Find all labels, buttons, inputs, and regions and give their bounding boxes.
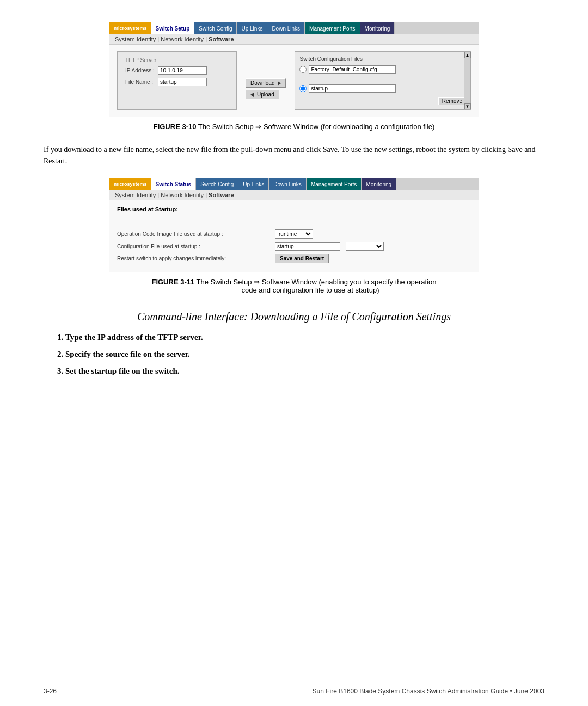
restart-row: Restart switch to apply changes immediat… — [117, 254, 471, 263]
save-restart-button[interactable]: Save and Restart — [275, 254, 329, 263]
config-file-input-1[interactable] — [309, 65, 396, 74]
config-file-select[interactable] — [346, 242, 384, 251]
subnav-software[interactable]: Software — [209, 36, 234, 42]
config-file-row: Configuration File used at startup : — [117, 242, 471, 251]
tab2-switch-config[interactable]: Switch Config — [196, 178, 238, 190]
figure-1-buttons: Download Upload — [246, 51, 286, 110]
figure-2-caption-line1: The Switch Setup ⇒ Software Window (enab… — [197, 278, 437, 286]
download-arrow-icon — [278, 81, 281, 86]
upload-label: Upload — [257, 92, 274, 98]
figure-2-wrapper: microsystems Switch Status Switch Config… — [44, 178, 544, 294]
ip-address-row: IP Address : — [125, 66, 229, 75]
tftp-server-title: TFTP Server — [125, 57, 229, 63]
config-file-label: Configuration File used at startup : — [117, 244, 270, 249]
footer-page-number: 3-26 — [44, 687, 57, 695]
files-used-title: Files used at Startup: — [117, 206, 471, 215]
subnav2-system-identity[interactable]: System Identity — [115, 192, 156, 198]
section-heading: Command-line Interface: Downloading a Fi… — [44, 311, 544, 323]
subnav2-software[interactable]: Software — [209, 192, 234, 198]
file-label: File Name : — [125, 79, 158, 85]
scroll-up-btn[interactable]: ▲ — [464, 52, 471, 58]
ip-address-input[interactable] — [158, 66, 207, 75]
tab-up-links[interactable]: Up Links — [237, 22, 267, 34]
figure-2-caption-strong: FIGURE 3-11 — [151, 278, 194, 286]
page-footer: 3-26 Sun Fire B1600 Blade System Chassis… — [0, 684, 588, 695]
radio-row-1 — [299, 65, 466, 74]
figure-2-body: Files used at Startup: Operation Code Im… — [109, 200, 479, 272]
download-label: Download — [250, 80, 274, 86]
tab2-up-links[interactable]: Up Links — [238, 178, 269, 190]
figure-1-caption-text: The Switch Setup ⇒ Software Window (for … — [198, 123, 434, 131]
tab2-down-links[interactable]: Down Links — [269, 178, 307, 190]
figure-1-wrapper: microsystems Switch Setup Switch Config … — [44, 22, 544, 131]
scrollbar-right[interactable]: ▲ ▼ — [464, 52, 470, 109]
step-1: Type the IP address of the TFTP server. — [65, 332, 544, 343]
restart-label: Restart switch to apply changes immediat… — [117, 255, 270, 261]
tab-down-links[interactable]: Down Links — [267, 22, 305, 34]
figure-1-caption: FIGURE 3-10 The Switch Setup ⇒ Software … — [44, 123, 544, 131]
ip-label: IP Address : — [125, 68, 158, 74]
file-name-input[interactable] — [158, 78, 207, 86]
tab-switch-setup[interactable]: Switch Setup — [151, 22, 195, 34]
tab-monitoring[interactable]: Monitoring — [360, 22, 395, 34]
tab-switch-config[interactable]: Switch Config — [194, 22, 237, 34]
steps-list: Type the IP address of the TFTP server. … — [65, 332, 544, 377]
download-button[interactable]: Download — [246, 78, 286, 88]
step-2: Specify the source file on the server. — [65, 349, 544, 360]
tab2-monitoring[interactable]: Monitoring — [362, 178, 396, 190]
tab-management-ports[interactable]: Management Ports — [305, 22, 360, 34]
upload-arrow-icon — [250, 93, 254, 97]
operation-code-row: Operation Code Image File used at startu… — [117, 229, 471, 239]
scroll-down-btn[interactable]: ▼ — [464, 103, 471, 109]
figure-1-subnav: System Identity | Network Identity | Sof… — [109, 34, 479, 45]
figure-1-navbar: microsystems Switch Setup Switch Config … — [109, 22, 479, 34]
tab2-switch-status[interactable]: Switch Status — [151, 178, 197, 190]
operation-code-select[interactable]: runtime — [275, 229, 313, 239]
figure-1-right-panel: Switch Configuration Files Remove ▲ ▼ — [295, 51, 471, 110]
subnav-system-identity[interactable]: System Identity — [115, 36, 156, 42]
operation-code-label: Operation Code Image File used at startu… — [117, 231, 270, 237]
tab2-management-ports[interactable]: Management Ports — [307, 178, 362, 190]
remove-button[interactable]: Remove — [438, 97, 466, 105]
figure-2-caption-line2: code and configuration file to use at st… — [209, 286, 379, 294]
step-3: Set the startup file on the switch. — [65, 366, 544, 377]
radio-startup[interactable] — [299, 85, 307, 92]
config-file-text[interactable] — [275, 242, 340, 251]
figure-1-container: microsystems Switch Setup Switch Config … — [109, 22, 479, 117]
figure-1-body: TFTP Server IP Address : File Name : Dow… — [109, 45, 479, 117]
config-file-input-2[interactable] — [309, 84, 396, 93]
file-name-row: File Name : — [125, 78, 229, 86]
figure-1-caption-strong: FIGURE 3-10 — [154, 123, 197, 131]
figure-2-subnav: System Identity | Network Identity | Sof… — [109, 190, 479, 200]
body-text-1: If you download to a new file name, sele… — [44, 144, 544, 167]
radio-row-2 — [299, 84, 466, 93]
subnav2-network-identity[interactable]: Network Identity — [161, 192, 204, 198]
brand-logo: microsystems — [109, 22, 151, 34]
upload-button[interactable]: Upload — [246, 90, 279, 99]
figure-2-caption: FIGURE 3-11 The Switch Setup ⇒ Software … — [44, 278, 544, 294]
brand-logo-2: microsystems — [109, 178, 151, 190]
subnav-network-identity[interactable]: Network Identity — [161, 36, 204, 42]
figure-1-left-panel: TFTP Server IP Address : File Name : — [117, 51, 237, 110]
figure-2-container: microsystems Switch Status Switch Config… — [109, 178, 479, 272]
footer-title: Sun Fire B1600 Blade System Chassis Swit… — [313, 687, 544, 695]
radio-factory-default[interactable] — [299, 66, 307, 73]
config-files-title: Switch Configuration Files — [299, 56, 466, 62]
figure-2-navbar: microsystems Switch Status Switch Config… — [109, 178, 479, 190]
